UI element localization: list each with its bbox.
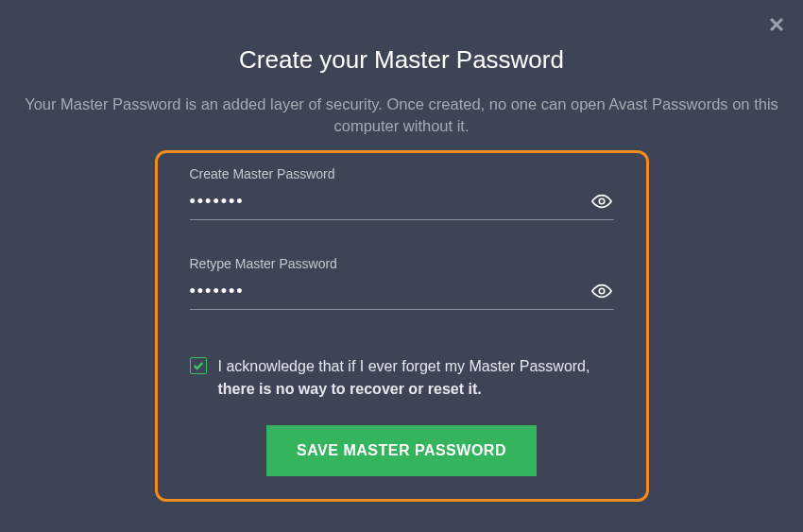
checkmark-icon <box>193 360 204 371</box>
page-title: Create your Master Password <box>0 45 803 75</box>
create-password-field: Create Master Password <box>190 166 614 220</box>
retype-password-input[interactable] <box>190 282 589 301</box>
retype-password-label: Retype Master Password <box>190 256 614 271</box>
create-password-line <box>190 185 614 220</box>
save-master-password-button[interactable]: SAVE MASTER PASSWORD <box>266 425 537 476</box>
toggle-visibility-retype[interactable] <box>589 279 614 303</box>
acknowledge-text: I acknowledge that if I ever forget my M… <box>218 355 614 401</box>
ack-bold: there is no way to recover or reset it. <box>218 381 482 397</box>
acknowledge-checkbox[interactable] <box>190 357 207 374</box>
password-form: Create Master Password Retype Master Pas… <box>155 150 649 502</box>
retype-password-field: Retype Master Password <box>190 256 614 310</box>
create-password-input[interactable] <box>190 192 589 212</box>
toggle-visibility-create[interactable] <box>589 189 614 214</box>
close-button[interactable] <box>765 13 788 36</box>
close-icon <box>769 17 784 32</box>
retype-password-line <box>190 275 614 310</box>
eye-icon <box>591 281 612 301</box>
ack-prefix: I acknowledge that if I ever forget my M… <box>218 358 590 374</box>
create-password-label: Create Master Password <box>190 166 614 181</box>
page-subtitle: Your Master Password is an added layer o… <box>19 94 784 137</box>
svg-point-2 <box>599 198 605 204</box>
svg-point-3 <box>599 288 605 294</box>
acknowledge-row: I acknowledge that if I ever forget my M… <box>190 355 614 401</box>
eye-icon <box>591 191 612 212</box>
